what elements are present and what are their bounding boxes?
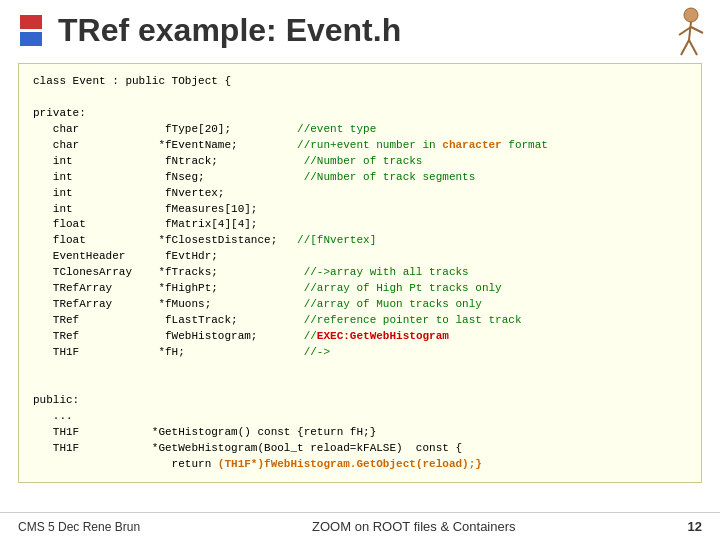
code-line: private: <box>33 106 687 122</box>
code-line: TH1F *fH; //-> <box>33 345 687 361</box>
code-line: int fMeasures[10]; <box>33 202 687 218</box>
svg-line-1 <box>689 22 691 40</box>
code-block: class Event : public TObject { private: … <box>18 63 702 483</box>
code-line: TH1F *GetWebHistogram(Bool_t reload=kFAL… <box>33 441 687 457</box>
header: TRef example: Event.h <box>0 0 720 57</box>
code-line: int fNvertex; <box>33 186 687 202</box>
code-line: return (TH1F*)fWebHistogram.GetObject(re… <box>33 457 687 473</box>
code-line: ... <box>33 409 687 425</box>
logo <box>20 15 42 46</box>
svg-line-3 <box>689 40 697 55</box>
logo-bottom <box>20 32 42 46</box>
code-line: char fType[20]; //event type <box>33 122 687 138</box>
code-line: TRefArray *fHighPt; //array of High Pt t… <box>33 281 687 297</box>
page-title: TRef example: Event.h <box>58 12 401 49</box>
code-line: float *fClosestDistance; //[fNvertex] <box>33 233 687 249</box>
code-line: TClonesArray *fTracks; //->array with al… <box>33 265 687 281</box>
footer: CMS 5 Dec Rene Brun ZOOM on ROOT files &… <box>0 512 720 540</box>
logo-top <box>20 15 42 29</box>
code-line: char *fEventName; //run+event number in … <box>33 138 687 154</box>
decorative-figure-icon <box>651 5 706 60</box>
code-line <box>33 361 687 377</box>
code-line: EventHeader fEvtHdr; <box>33 249 687 265</box>
code-line: public: <box>33 393 687 409</box>
code-line: TH1F *GetHistogram() const {return fH;} <box>33 425 687 441</box>
code-line: class Event : public TObject { <box>33 74 687 90</box>
footer-page: 12 <box>688 519 702 534</box>
code-line: float fMatrix[4][4]; <box>33 217 687 233</box>
code-line: TRefArray *fMuons; //array of Muon track… <box>33 297 687 313</box>
code-line <box>33 377 687 393</box>
code-line: TRef fLastTrack; //reference pointer to … <box>33 313 687 329</box>
code-line: int fNseg; //Number of track segments <box>33 170 687 186</box>
footer-title: ZOOM on ROOT files & Containers <box>312 519 516 534</box>
svg-line-5 <box>691 27 703 33</box>
code-line <box>33 90 687 106</box>
svg-line-2 <box>681 40 689 55</box>
svg-point-0 <box>684 8 698 22</box>
footer-author: CMS 5 Dec Rene Brun <box>18 520 140 534</box>
code-line: TRef fWebHistogram; //EXEC:GetWebHistogr… <box>33 329 687 345</box>
code-line: int fNtrack; //Number of tracks <box>33 154 687 170</box>
